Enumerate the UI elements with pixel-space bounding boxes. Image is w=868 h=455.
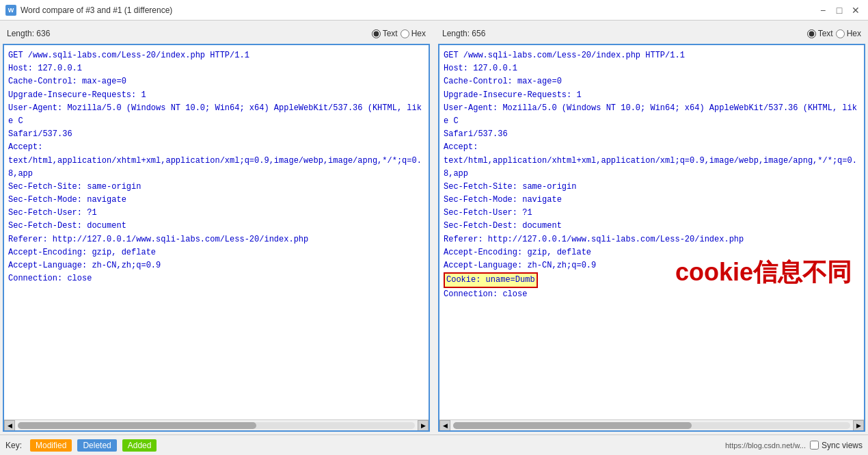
maximize-button[interactable]: □: [832, 3, 846, 17]
title-controls: − □ ✕: [816, 3, 863, 17]
left-text-radio[interactable]: [372, 29, 381, 38]
right-hex-radio-label[interactable]: Hex: [836, 29, 861, 38]
deleted-badge: Deleted: [77, 439, 116, 452]
left-panel-options: Text Hex: [372, 29, 426, 38]
title-bar-left: W Word compare of #3 and #1 (1 differenc…: [5, 5, 172, 16]
close-button[interactable]: ✕: [849, 3, 863, 17]
key-label: Key:: [5, 441, 22, 450]
modified-badge: Modified: [30, 439, 72, 452]
app-icon: W: [5, 5, 16, 16]
left-panel-content[interactable]: GET /www.sqli-labs.com/Less-20/index.php…: [4, 45, 429, 419]
left-hex-radio[interactable]: [401, 29, 409, 38]
right-text-radio[interactable]: [807, 29, 816, 38]
footer-right: https://blog.csdn.net/w... Sync views: [725, 441, 863, 450]
window-title: Word compare of #3 and #1 (1 difference): [21, 5, 172, 15]
right-scroll-left[interactable]: ◀: [439, 420, 450, 431]
left-panel-length: Length: 636: [7, 29, 50, 38]
left-scroll-track: [18, 422, 415, 429]
right-hex-radio[interactable]: [836, 29, 845, 38]
added-badge: Added: [122, 439, 157, 452]
right-scroll-track: [453, 422, 850, 429]
sync-views[interactable]: Sync views: [810, 441, 863, 450]
left-scroll-left[interactable]: ◀: [4, 420, 15, 431]
right-scroll-thumb[interactable]: [453, 422, 692, 429]
left-panel-header: Length: 636 Text Hex: [3, 23, 430, 44]
left-hex-radio-label[interactable]: Hex: [401, 29, 426, 38]
footer-url: https://blog.csdn.net/w...: [725, 441, 806, 450]
left-radio-group: Text Hex: [372, 29, 426, 38]
right-scrollbar-h[interactable]: ◀ ▶: [439, 419, 864, 430]
footer: Key: Modified Deleted Added https://blog…: [0, 434, 868, 455]
right-panel-content[interactable]: GET /www.sqli-labs.com/Less-20/index.php…: [439, 45, 864, 419]
left-text-radio-label[interactable]: Text: [372, 29, 398, 38]
right-panel-content-wrapper: GET /www.sqli-labs.com/Less-20/index.php…: [438, 44, 865, 432]
title-bar: W Word compare of #3 and #1 (1 differenc…: [0, 0, 868, 21]
left-panel-content-wrapper: GET /www.sqli-labs.com/Less-20/index.php…: [3, 44, 430, 432]
right-scroll-right[interactable]: ▶: [853, 420, 864, 431]
right-panel: Length: 656 Text Hex GET /ww: [438, 23, 865, 432]
minimize-button[interactable]: −: [816, 3, 830, 17]
left-panel: Length: 636 Text Hex GET /ww: [3, 23, 430, 432]
main-content: Length: 636 Text Hex GET /ww: [0, 21, 868, 455]
footer-left: Key: Modified Deleted Added: [5, 439, 157, 452]
left-scrollbar-h[interactable]: ◀ ▶: [4, 419, 429, 430]
right-panel-options: Text Hex: [807, 29, 861, 38]
cookie-highlight-text: Cookie: uname=Dumb: [444, 272, 538, 288]
right-panel-header: Length: 656 Text Hex: [438, 23, 865, 44]
left-scroll-thumb[interactable]: [18, 422, 256, 429]
sync-views-checkbox[interactable]: [810, 441, 819, 450]
sync-views-label: Sync views: [822, 441, 863, 450]
panel-divider: [433, 23, 435, 432]
right-panel-length: Length: 656: [442, 29, 485, 38]
right-text-radio-label[interactable]: Text: [807, 29, 833, 38]
left-scroll-right[interactable]: ▶: [418, 420, 429, 431]
panels-row: Length: 636 Text Hex GET /ww: [0, 21, 868, 434]
right-radio-group: Text Hex: [807, 29, 861, 38]
